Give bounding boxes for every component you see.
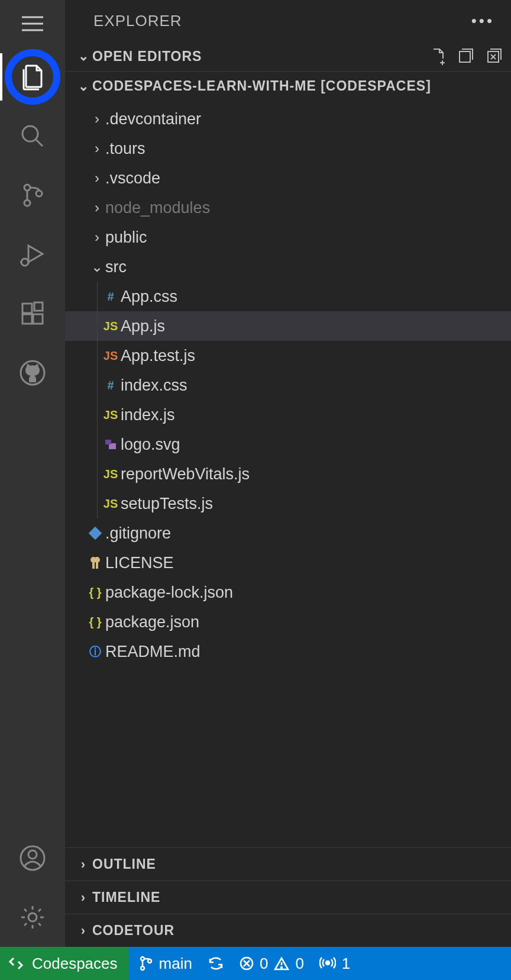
warning-icon [274,956,289,971]
chevron-down-icon: ⌄ [75,49,92,64]
folder-row[interactable]: ›public [65,223,511,252]
js-file-icon: JS [101,497,121,511]
sidebar-more-button[interactable]: ••• [471,12,494,30]
new-file-icon[interactable] [431,47,447,65]
file-row[interactable]: JSreportWebVitals.js [65,459,511,489]
license-file-icon [85,556,105,570]
svg-point-7 [36,191,42,196]
activity-explorer[interactable] [0,47,65,107]
chevron-right-icon: › [75,890,92,905]
file-row[interactable]: #App.css [65,282,511,311]
svg-rect-12 [22,304,32,313]
file-row[interactable]: JSApp.js [65,311,511,341]
section-label: CODETOUR [92,923,504,939]
section-open-editors[interactable]: ⌄ OPEN EDITORS [65,41,511,71]
section-label: CODESPACES-LEARN-WITH-ME [CODESPACES] [92,78,504,94]
error-count: 0 [260,955,268,973]
file-row[interactable]: { }package.json [65,607,511,637]
activity-settings[interactable] [0,888,65,947]
folder-row[interactable]: ›.vscode [65,163,511,193]
file-row[interactable]: ⓘREADME.md [65,637,511,666]
file-row[interactable]: logo.svg [65,430,511,459]
activity-extensions[interactable] [0,284,65,343]
svg-file-icon [101,439,121,450]
file-row[interactable]: { }package-lock.json [65,578,511,607]
file-row[interactable]: JSindex.js [65,400,511,430]
section-label: OPEN EDITORS [92,49,431,65]
branch-icon [139,956,153,971]
save-all-icon[interactable] [458,47,476,65]
section-codetour[interactable]: › CODETOUR [65,914,511,947]
chevron-down-icon: ⌄ [89,259,105,275]
svg-rect-14 [33,314,43,324]
explorer-sidebar: EXPLORER ••• ⌄ OPEN EDITORS [65,0,511,947]
js-file-icon: JS [101,320,121,333]
svg-rect-27 [105,440,111,444]
svg-point-18 [28,850,37,859]
activity-bar [0,0,65,947]
readme-file-icon: ⓘ [85,644,105,660]
chevron-right-icon: › [75,923,92,939]
menu-button[interactable] [15,6,50,41]
svg-point-35 [148,959,151,963]
activity-search[interactable] [0,107,65,166]
warning-count: 0 [295,955,303,973]
svg-rect-32 [96,562,98,569]
search-icon [19,122,46,150]
css-file-icon: # [101,290,121,304]
chevron-right-icon: › [89,229,105,246]
section-timeline[interactable]: › TIMELINE [65,881,511,914]
section-repo[interactable]: ⌄ CODESPACES-LEARN-WITH-ME [CODESPACES] [65,71,511,101]
svg-point-19 [28,913,37,921]
status-branch[interactable]: main [139,955,192,973]
svg-point-9 [21,259,28,266]
svg-rect-22 [460,51,470,62]
folder-row[interactable]: ⌄src [65,252,511,282]
file-tree: ›.devcontainer ›.tours ›.vscode ›node_mo… [65,101,511,847]
close-all-icon[interactable] [486,47,504,65]
svg-point-34 [141,966,144,970]
activity-run-debug[interactable] [0,225,65,284]
status-sync[interactable] [208,956,224,971]
file-row[interactable]: JSApp.test.js [65,341,511,370]
section-label: TIMELINE [92,889,504,905]
gear-icon [19,904,46,931]
folder-row[interactable]: ›node_modules [65,193,511,223]
svg-point-33 [141,957,144,960]
svg-rect-15 [34,302,43,311]
json-file-icon: { } [85,586,105,599]
activity-accounts[interactable] [0,829,65,888]
file-row[interactable]: LICENSE [65,548,511,578]
folder-row[interactable]: ›.tours [65,134,511,163]
sidebar-title: EXPLORER [93,12,182,30]
file-row[interactable]: JSsetupTests.js [65,489,511,518]
svg-point-40 [281,967,282,968]
status-bar: Codespaces main 0 [0,947,511,980]
svg-line-4 [36,140,43,146]
css-file-icon: # [101,379,121,392]
section-label: OUTLINE [92,856,504,872]
section-outline[interactable]: › OUTLINE [65,847,511,881]
file-row[interactable]: #index.css [65,370,511,400]
chevron-down-icon: ⌄ [75,79,92,94]
activity-github[interactable] [0,343,65,402]
codespaces-label: Codespaces [32,955,118,973]
svg-rect-28 [89,527,102,540]
ports-count: 1 [342,955,350,973]
status-codespaces[interactable]: Codespaces [0,947,128,980]
chevron-right-icon: › [89,170,105,186]
account-icon [19,844,46,872]
status-ports[interactable]: 1 [319,955,350,973]
file-row[interactable]: .gitignore [65,518,511,548]
run-debug-icon [18,241,47,268]
source-control-icon [19,182,46,209]
activity-source-control[interactable] [0,166,65,225]
remote-icon [8,956,24,971]
folder-row[interactable]: ›.devcontainer [65,104,511,134]
svg-point-3 [22,126,38,141]
highlight-ring [5,49,60,105]
extensions-icon [19,300,46,327]
chevron-right-icon: › [89,111,105,127]
status-problems[interactable]: 0 0 [240,955,304,973]
github-icon [18,359,47,387]
